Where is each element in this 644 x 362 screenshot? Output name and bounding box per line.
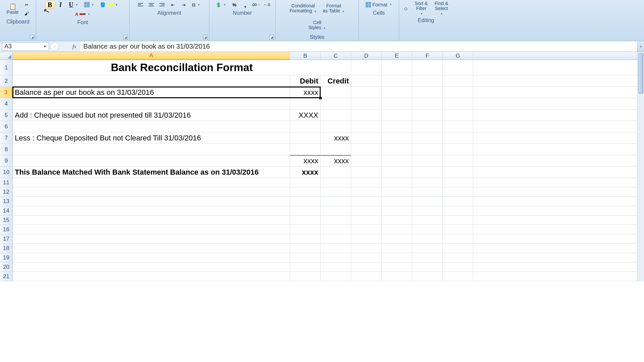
cell-C4[interactable] [321,98,351,109]
cell-B12[interactable] [290,187,321,196]
column-header-B[interactable]: B [290,52,321,60]
cell-F16[interactable] [412,225,443,234]
cell-D5[interactable] [351,110,382,121]
cell-C9[interactable]: xxxx [321,155,351,166]
column-header-A[interactable]: A [13,52,290,60]
cell-E13[interactable] [382,197,412,206]
cell-G7[interactable] [443,132,473,143]
cell-B7[interactable] [290,132,321,143]
cell-D7[interactable] [351,132,382,143]
cell-G17[interactable] [443,234,473,243]
cell-G11[interactable] [443,178,473,187]
align-right-button[interactable] [157,1,167,9]
cell-A19[interactable] [13,253,290,262]
row-header-20[interactable]: 20 [0,262,12,272]
cell-G13[interactable] [443,197,473,206]
cell-G16[interactable] [443,225,473,234]
cell-D4[interactable] [351,98,382,109]
cell-E12[interactable] [382,187,412,196]
format-cells-button[interactable]: Format ▼ [363,1,394,9]
row-header-7[interactable]: 7 [0,132,12,144]
cell-styles-button[interactable]: CellStyles ▼ [306,17,328,33]
row-header-18[interactable]: 18 [0,244,12,253]
cell-C12[interactable] [321,187,351,196]
cell-B19[interactable] [290,253,321,262]
cell-C16[interactable] [321,225,351,234]
cell-F3[interactable] [412,87,443,98]
cell-E16[interactable] [382,225,412,234]
cell-A15[interactable] [13,216,290,225]
fx-icon[interactable]: fx [72,44,76,50]
decrease-decimal-button[interactable]: ←.0 [262,1,271,9]
cell-D20[interactable] [351,262,382,272]
cell-B15[interactable] [290,216,321,225]
sort-filter-button[interactable]: Sort &Filter ▼ [412,1,431,16]
row-header-4[interactable]: 4 [0,98,12,110]
cell-B21[interactable] [290,272,321,281]
cell-F7[interactable] [412,132,443,143]
cell-F9[interactable] [412,155,443,166]
cell-F21[interactable] [412,272,443,281]
cell-F4[interactable] [412,98,443,109]
cell-C18[interactable] [321,244,351,253]
cell-E18[interactable] [382,244,412,253]
cell-E15[interactable] [382,216,412,225]
cell-E3[interactable] [382,87,412,98]
align-center-button[interactable] [147,1,156,9]
cell-D3[interactable] [351,87,382,98]
cell-D10[interactable] [351,167,382,178]
cell-C2[interactable]: Credit [321,75,351,86]
format-as-table-button[interactable]: Formatas Table ▼ [320,1,347,16]
cell-E20[interactable] [382,262,412,272]
cell-G5[interactable] [443,110,473,121]
cell-B10[interactable]: xxxx [290,167,321,178]
decrease-indent-button[interactable]: ⇤ [168,1,177,9]
cell-F15[interactable] [412,216,443,225]
cell-G21[interactable] [443,272,473,281]
cell-E1[interactable] [382,60,412,75]
cell-C20[interactable] [321,262,351,272]
row-header-17[interactable]: 17 [0,234,12,244]
cell-D18[interactable] [351,244,382,253]
cell-E8[interactable] [382,144,412,155]
cell-F2[interactable] [412,75,443,86]
cell-A14[interactable] [13,206,290,215]
cell-A2[interactable] [13,75,290,86]
cell-E5[interactable] [382,110,412,121]
cell-A11[interactable] [13,178,290,187]
column-header-G[interactable]: G [443,52,473,60]
cell-E11[interactable] [382,178,412,187]
cell-B13[interactable] [290,197,321,206]
row-header-6[interactable]: 6 [0,121,12,132]
cell-D16[interactable] [351,225,382,234]
cell-E2[interactable] [382,75,412,86]
row-header-8[interactable]: 8 [0,144,12,155]
conditional-formatting-button[interactable]: ConditionalFormatting ▼ [287,1,319,16]
cell-B6[interactable] [290,121,321,132]
cell-D19[interactable] [351,253,382,262]
cell-A12[interactable] [13,187,290,196]
cell-D12[interactable] [351,187,382,196]
format-painter-button[interactable]: 🖌 [22,9,32,17]
cell-C3[interactable] [321,87,351,98]
cell-F20[interactable] [412,262,443,272]
cell-B2[interactable]: Debit [290,75,321,86]
row-header-2[interactable]: 2 [0,75,12,87]
cell-B18[interactable] [290,244,321,253]
merge-center-button[interactable]: ⊟▼ [190,1,203,9]
cell-B17[interactable] [290,234,321,243]
row-header-10[interactable]: 10 [0,167,12,178]
row-header-9[interactable]: 9 [0,155,12,167]
cell-F19[interactable] [412,253,443,262]
cell-G3[interactable] [443,87,473,98]
cell-C6[interactable] [321,121,351,132]
cell-A21[interactable] [13,272,290,281]
cell-D6[interactable] [351,121,382,132]
cell-B3[interactable]: xxxx [290,87,321,98]
font-launcher[interactable]: ◢ [123,35,128,40]
row-header-16[interactable]: 16 [0,225,12,234]
underline-button[interactable]: U▼ [67,1,80,9]
cell-A20[interactable] [13,262,290,272]
cell-B5[interactable]: XXXX [290,110,321,121]
cell-C8[interactable] [321,144,351,155]
